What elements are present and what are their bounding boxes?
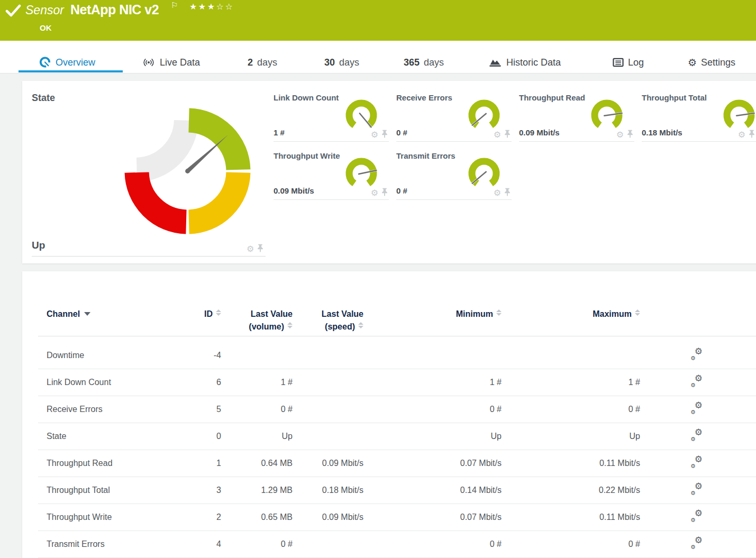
channel-name: Transmit Errors — [47, 539, 180, 549]
pin-icon[interactable] — [627, 130, 633, 140]
tab-live-data[interactable]: Live Data — [142, 55, 200, 70]
gauge-tile-throughput-write: Throughput Write 0.09 Mbit/s ⚙ — [274, 147, 389, 200]
channel-name: Downtime — [47, 351, 180, 360]
tab-2-days[interactable]: 2 days — [248, 55, 277, 70]
channel-id: 5 — [180, 405, 221, 414]
minimum-value: 0.07 Mbit/s — [363, 513, 502, 522]
gauge-value: 0.18 Mbit/s — [642, 128, 682, 137]
column-header-maximum[interactable]: Maximum — [502, 308, 640, 333]
pin-icon[interactable] — [504, 130, 511, 140]
last-value-volume: Up — [221, 432, 293, 441]
channel-settings-gears-icon[interactable]: ⚙⚙ — [691, 403, 703, 414]
last-value-volume: 0 # — [221, 405, 293, 414]
sort-desc-icon[interactable] — [84, 312, 90, 316]
channel-name: State — [47, 432, 180, 441]
sort-icon[interactable] — [635, 309, 640, 316]
channel-settings-gears-icon[interactable]: ⚙⚙ — [691, 510, 703, 522]
gauge-value: 0 # — [396, 128, 407, 137]
flag-icon[interactable]: ⚐ — [171, 1, 178, 10]
tab-settings[interactable]: ⚙ Settings — [688, 55, 735, 70]
channel-settings-gears-icon[interactable]: ⚙⚙ — [691, 429, 703, 441]
state-gauge-tile: State Up ⚙ — [22, 81, 268, 263]
maximum-value: 0 # — [502, 405, 640, 414]
channel-id: -4 — [180, 351, 221, 360]
gauge-title: Throughput Total — [642, 93, 707, 102]
tab-label: Overview — [56, 57, 95, 68]
tab-label: Log — [628, 57, 644, 68]
maximum-value: 1 # — [502, 378, 640, 387]
tab-label: Live Data — [160, 57, 200, 68]
gear-icon[interactable]: ⚙ — [494, 131, 501, 139]
table-row-throughput-write: Throughput Write 2 0.65 MB 0.09 Mbit/s 0… — [38, 504, 756, 531]
sort-icon[interactable] — [496, 309, 502, 316]
last-value-volume: 1 # — [221, 378, 293, 387]
last-value-volume: 0.65 MB — [221, 513, 293, 522]
check-icon — [5, 4, 21, 20]
gear-icon[interactable]: ⚙ — [616, 131, 624, 139]
gauge-value: 0.09 Mbit/s — [274, 186, 314, 195]
minimum-value: 0.07 Mbit/s — [363, 459, 502, 468]
pin-icon[interactable] — [381, 130, 388, 140]
tab-30-days[interactable]: 30 days — [324, 55, 359, 70]
tab-label: days — [339, 57, 359, 68]
priority-stars[interactable]: ★★★☆☆ — [189, 2, 234, 12]
pin-icon[interactable] — [749, 130, 755, 140]
sort-icon[interactable] — [358, 322, 363, 328]
column-header-id[interactable]: ID — [180, 308, 221, 333]
gauge-tile-throughput-total: Throughput Total 0.18 Mbit/s ⚙ — [642, 89, 756, 142]
active-tab-indicator — [19, 70, 123, 72]
channel-name: Throughput Write — [47, 513, 180, 522]
column-header-last-value-volume[interactable]: Last Value (volume) — [221, 308, 293, 333]
gauge-value: Up — [32, 240, 45, 251]
gear-icon[interactable]: ⚙ — [371, 131, 378, 139]
tab-label: days — [424, 57, 444, 68]
channel-settings-gears-icon[interactable]: ⚙⚙ — [691, 349, 703, 360]
page-title: NetApp NIC v2 — [70, 2, 159, 17]
table-row-throughput-total: Throughput Total 3 1.29 MB 0.18 Mbit/s 0… — [38, 477, 756, 504]
tab-bar: Overview Live Data 2 days 30 days 365 da… — [0, 41, 756, 74]
sort-icon[interactable] — [216, 309, 221, 316]
tab-label: days — [257, 57, 277, 68]
pin-icon[interactable] — [257, 244, 263, 254]
overview-gauges-panel: State Up ⚙ Link Down Count 1 # — [22, 81, 756, 263]
column-header-last-value-speed[interactable]: Last Value (speed) — [293, 308, 363, 333]
last-value-volume: 1.29 MB — [221, 486, 293, 495]
tab-label: Historic Data — [506, 57, 561, 68]
tab-log[interactable]: Log — [613, 55, 644, 70]
channel-settings-gears-icon[interactable]: ⚙⚙ — [691, 483, 703, 495]
column-header-minimum[interactable]: Minimum — [363, 308, 502, 333]
radial-gauge — [467, 158, 501, 188]
pin-icon[interactable] — [381, 188, 388, 198]
gear-icon[interactable]: ⚙ — [738, 131, 745, 139]
area-chart-icon — [488, 57, 502, 68]
maximum-value: 0 # — [502, 539, 640, 549]
gauge-title: Receive Errors — [396, 93, 452, 102]
gauge-tile-receive-errors: Receive Errors 0 # ⚙ — [396, 89, 512, 142]
tab-overview[interactable]: Overview — [39, 55, 95, 70]
channel-settings-gears-icon[interactable]: ⚙⚙ — [691, 537, 703, 549]
last-value-volume: 0 # — [221, 539, 293, 549]
channel-name: Link Down Count — [47, 378, 180, 387]
gear-icon[interactable]: ⚙ — [247, 245, 254, 253]
gear-icon[interactable]: ⚙ — [494, 189, 501, 197]
pin-icon[interactable] — [504, 188, 511, 198]
channel-id: 2 — [180, 513, 221, 522]
gear-icon[interactable]: ⚙ — [371, 189, 378, 197]
channel-id: 0 — [180, 432, 221, 441]
sort-icon[interactable] — [287, 322, 293, 328]
channel-settings-gears-icon[interactable]: ⚙⚙ — [691, 376, 703, 387]
last-value-volume: 0.64 MB — [221, 459, 293, 468]
maximum-value: 0.11 Mbit/s — [502, 513, 640, 522]
channel-id: 3 — [180, 486, 221, 495]
table-row-link-down-count: Link Down Count 6 1 # 1 # 1 # ⚙⚙ — [38, 369, 756, 396]
tab-historic-data[interactable]: Historic Data — [488, 55, 561, 70]
table-header-row: Channel ID Last Value (volume) Last Valu… — [22, 271, 756, 333]
tab-365-days[interactable]: 365 days — [404, 55, 444, 70]
column-header-channel[interactable]: Channel — [47, 308, 180, 333]
tile-divider — [32, 256, 266, 257]
channel-settings-gears-icon[interactable]: ⚙⚙ — [691, 456, 703, 468]
minimum-value: 1 # — [363, 378, 502, 387]
gauge-title: Transmit Errors — [396, 151, 456, 160]
table-row-receive-errors: Receive Errors 5 0 # 0 # 0 # ⚙⚙ — [38, 396, 756, 423]
last-value-speed: 0.09 Mbit/s — [293, 459, 363, 468]
